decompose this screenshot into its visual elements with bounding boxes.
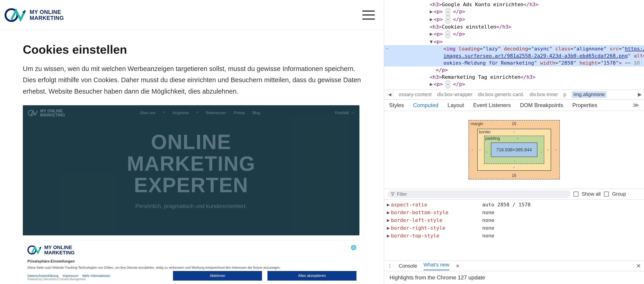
logo-text: MY ONLINE MARKETING (30, 9, 64, 20)
elements-dom-tree[interactable]: <h3>Google Ads Konto einrichten</h3> ▶<p… (384, 0, 644, 90)
breadcrumb-item[interactable]: p (564, 92, 566, 98)
tab-layout[interactable]: Layout (448, 102, 464, 108)
page-content: Cookies einstellen Um zu wissen, wen du … (0, 30, 384, 235)
tab-dom-breakpoints[interactable]: DOM Breakpoints (520, 102, 563, 108)
drawer-tab-console[interactable]: Console (399, 263, 417, 269)
margin-right-value: - (555, 148, 556, 152)
dom-breadcrumb[interactable]: ◀ ossary-content div.box-wrapper div.box… (384, 90, 644, 100)
browser-viewport: MY ONLINE MARKETING Cookies einstellen U… (0, 0, 384, 284)
computed-filter-input[interactable]: Filter (388, 190, 570, 198)
tab-styles[interactable]: Styles (389, 102, 404, 108)
drawer-menu-icon[interactable]: ⋮ (387, 263, 392, 269)
breadcrumb-item-active[interactable]: img.alignnone (572, 91, 606, 98)
hero-subtitle: Persönlich, pragmatisch und kundenorient… (135, 203, 247, 209)
drawer-close-icon[interactable]: ✕ (636, 263, 641, 269)
show-all-label: Show all (582, 191, 601, 197)
computed-properties-list[interactable]: ▶aspect-ratioauto 2858 / 1578 ▶border-bo… (384, 200, 644, 261)
breadcrumb-item[interactable]: div.box-inner (530, 92, 558, 98)
cookie-powered-by: Powered by Usercentrics Consent Manageme… (28, 278, 114, 281)
site-logo[interactable]: MY ONLINE MARKETING (4, 8, 64, 22)
page-paragraph: Um zu wissen, wen du mit welchen Werbean… (23, 63, 361, 97)
logo-mark-icon (4, 8, 28, 22)
whatsnew-headline: Highlights from the Chrome 127 update (390, 274, 485, 280)
drawer-tab-close-icon[interactable]: ✕ (456, 263, 460, 269)
breadcrumb-item[interactable]: div.box.generic-card. (478, 92, 524, 98)
margin-top-value: 15 (512, 122, 516, 126)
hamburger-menu-icon[interactable] (362, 10, 375, 20)
cookie-heading: Privatsphäre-Einstellungen (28, 259, 356, 264)
drawer-content: Highlights from the Chrome 127 update (384, 271, 644, 284)
styles-pane-tabs: Styles Computed Layout Event Listeners D… (384, 100, 644, 111)
tabs-overflow-icon[interactable]: ≫ (633, 102, 639, 109)
devtools-panel: <h3>Google Ads Konto einrichten</h3> ▶<p… (384, 0, 644, 284)
tab-event-listeners[interactable]: Event Listeners (473, 102, 511, 108)
globe-icon[interactable]: 🌐 (351, 245, 356, 250)
selected-dom-node[interactable]: ⋯<img loading="lazy" decoding="async" cl… (384, 45, 644, 52)
page-heading: Cookies einstellen (23, 43, 361, 56)
box-model-diagram[interactable]: margin 15 15 - - border - - - - padding … (384, 111, 644, 188)
cookie-link-imprint[interactable]: Impressum (62, 274, 78, 278)
margin-left-value: - (472, 148, 473, 152)
group-label: Group (612, 191, 626, 197)
cookie-accept-button[interactable]: Alles akzeptieren (268, 271, 356, 280)
cookie-reject-button[interactable]: Ablehnen (173, 271, 262, 280)
computed-row[interactable]: ▶border-top-stylenone (384, 232, 644, 240)
hero-center: ONLINE MARKETING EXPERTEN Persönlich, pr… (23, 105, 360, 235)
group-checkbox[interactable] (604, 192, 609, 196)
site-header: MY ONLINE MARKETING (0, 0, 384, 30)
breadcrumb-scroll-left-icon[interactable]: ◀ (386, 90, 393, 99)
computed-row[interactable]: ▶border-bottom-stylenone (384, 209, 644, 216)
breadcrumb-item[interactable]: div.box-wrapper (437, 92, 472, 98)
box-model-padding-label: padding (486, 136, 500, 141)
hero-image: MY ONLINE MARKETING Über uns▾ Angebote▾ … (23, 105, 360, 235)
margin-bottom-value: 15 (512, 173, 516, 178)
cookie-banner-logo: MY ONLINE MARKETING (28, 245, 74, 255)
cookie-link-more[interactable]: Mehr Informationen (82, 274, 110, 278)
computed-filter-row: Filter Show all Group (384, 188, 644, 200)
cookie-links: Datenschutzerklärung Impressum Mehr Info… (28, 274, 114, 278)
hero-title: ONLINE MARKETING EXPERTEN (127, 131, 255, 196)
tab-computed[interactable]: Computed (413, 102, 438, 108)
breadcrumb-scroll-right-icon[interactable]: ▶ (638, 92, 642, 98)
computed-row[interactable]: ▶aspect-ratioauto 2858 / 1578 (384, 201, 644, 209)
filter-icon (391, 192, 394, 196)
show-all-checkbox[interactable] (574, 192, 578, 196)
drawer-tab-whatsnew[interactable]: What's new (424, 262, 449, 270)
tab-properties[interactable]: Properties (572, 102, 597, 108)
box-model-content-size: 716.938×395.844 (491, 142, 538, 157)
cookie-consent-banner: MY ONLINE MARKETING 🌐 Privatsphäre-Einst… (23, 240, 361, 284)
box-model-border-label: border (479, 130, 491, 134)
computed-row[interactable]: ▶border-left-stylenone (384, 216, 644, 224)
breadcrumb-item[interactable]: ossary-content (399, 92, 432, 98)
computed-row[interactable]: ▶border-right-stylenone (384, 224, 644, 232)
drawer-tabs: ⋮ Console What's new ✕ ✕ (384, 261, 644, 271)
cookie-link-privacy[interactable]: Datenschutzerklärung (28, 274, 58, 278)
box-model-margin-label: margin (471, 122, 483, 126)
cookie-description: Diese Seite nutzt Website-Tracking-Techn… (28, 266, 356, 270)
